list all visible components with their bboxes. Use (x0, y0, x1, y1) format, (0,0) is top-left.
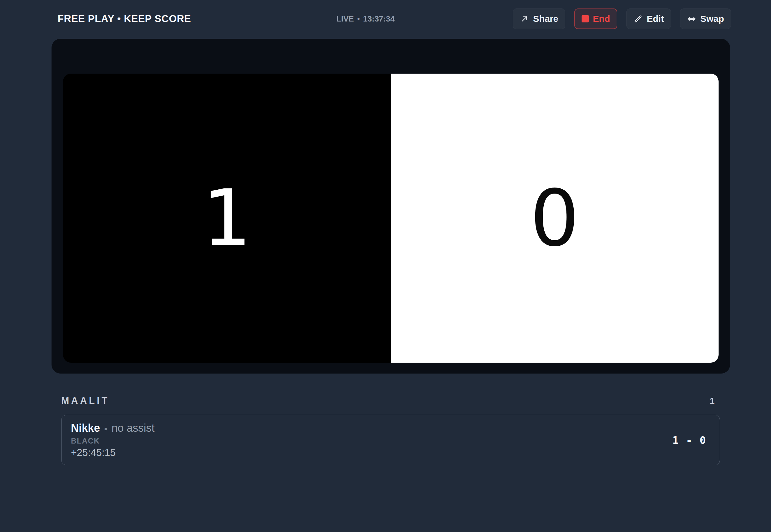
stop-square-icon (582, 15, 589, 22)
goals-section: MAALIT 1 Nikke • no assist BLACK +25:45:… (61, 395, 720, 465)
end-button-label: End (593, 14, 610, 24)
live-label: LIVE (336, 14, 354, 24)
goal-running-score: 1 - 0 (673, 434, 706, 446)
team-black-score: 1 (202, 179, 251, 257)
scoreboard-card: 1 0 (51, 39, 730, 374)
pencil-icon (633, 14, 643, 24)
goal-timestamp: +25:45:15 (71, 447, 154, 458)
header-actions: Share End Edit Swap (513, 8, 731, 29)
score-panels: 1 0 (63, 74, 719, 363)
goals-count: 1 (710, 396, 715, 406)
edit-button[interactable]: Edit (626, 8, 671, 29)
team-white-panel[interactable]: 0 (391, 74, 719, 363)
top-bar: FREE PLAY • KEEP SCORE LIVE • 13:37:34 S… (0, 0, 771, 38)
page-title: FREE PLAY • KEEP SCORE (58, 13, 191, 25)
swap-button-label: Swap (700, 14, 724, 24)
share-button[interactable]: Share (513, 8, 565, 29)
end-button[interactable]: End (574, 8, 617, 29)
live-dot: • (357, 15, 360, 22)
swap-button[interactable]: Swap (680, 8, 731, 29)
goals-heading: MAALIT (61, 395, 109, 406)
edit-button-label: Edit (647, 14, 664, 24)
goals-header: MAALIT 1 (61, 395, 720, 406)
goal-scorer-line: Nikke • no assist (71, 422, 154, 434)
team-black-panel[interactable]: 1 (63, 74, 391, 363)
goal-team-label: BLACK (71, 437, 154, 445)
live-status: LIVE • 13:37:34 (336, 14, 395, 24)
goal-details: Nikke • no assist BLACK +25:45:15 (71, 422, 154, 458)
swap-arrows-icon (687, 14, 696, 24)
live-time: 13:37:34 (363, 14, 395, 24)
goal-bullet: • (104, 424, 107, 434)
share-button-label: Share (533, 14, 558, 24)
goal-assist: no assist (111, 422, 154, 434)
share-arrow-icon (520, 14, 529, 24)
goal-scorer-name: Nikke (71, 422, 100, 434)
goal-list-item[interactable]: Nikke • no assist BLACK +25:45:15 1 - 0 (61, 415, 720, 465)
team-white-score: 0 (530, 179, 580, 257)
